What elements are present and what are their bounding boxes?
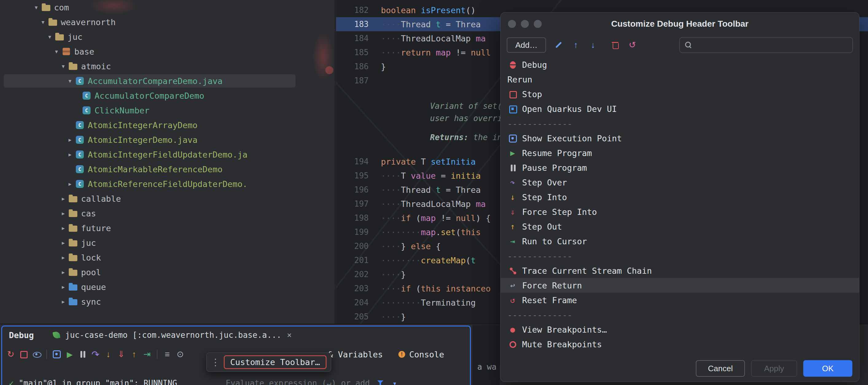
run-to-cursor-button[interactable]: ⇥ — [142, 349, 153, 360]
tree-item[interactable]: ClickNumber — [0, 103, 335, 118]
line-number[interactable]: 184 — [336, 34, 381, 43]
tree-item[interactable]: ▾weavernorth — [0, 15, 335, 29]
line-number[interactable]: 195 — [336, 171, 381, 180]
tree-item[interactable]: ▸future — [0, 221, 335, 236]
chevron-expanded-icon[interactable]: ▾ — [32, 3, 40, 12]
resume-button[interactable]: ▶ — [64, 349, 75, 360]
line-number[interactable]: 198 — [336, 213, 381, 222]
action-item[interactable]: Debug — [501, 57, 859, 72]
chevron-expanded-icon[interactable]: ▾ — [39, 18, 47, 26]
step-over-button[interactable]: ↷ — [90, 349, 101, 360]
line-number[interactable]: 186 — [336, 62, 381, 71]
action-item[interactable]: Rerun — [501, 72, 859, 87]
console-pane[interactable]: a wa — [472, 325, 500, 385]
tree-item[interactable]: ▸juc — [0, 236, 335, 250]
exec-point-button[interactable] — [51, 349, 62, 360]
chevron-collapsed-icon[interactable]: ▸ — [59, 239, 67, 247]
line-number[interactable]: 194 — [336, 157, 381, 166]
funnel-icon[interactable] — [375, 378, 386, 385]
force-step-into-button[interactable]: ⇓ — [116, 349, 127, 360]
tab-threads-variables[interactable]: & Variables — [328, 350, 383, 359]
line-number[interactable]: 200 — [336, 242, 381, 251]
customize-toolbar-menu-item[interactable]: Customize Toolbar… — [224, 355, 327, 369]
action-item[interactable]: Trace Current Stream Chain — [501, 263, 859, 278]
evaluate-expression-hint[interactable]: Evaluate expression (↵) or add — [226, 379, 370, 385]
chevron-down-icon[interactable] — [391, 379, 399, 385]
tree-item[interactable]: ▸lock — [0, 250, 335, 265]
step-out-button[interactable]: ↑ — [129, 349, 140, 360]
tree-item[interactable]: ▸queue — [0, 280, 335, 294]
apply-button[interactable]: Apply — [751, 360, 797, 377]
action-item[interactable]: ⇥Run to Cursor — [501, 234, 859, 249]
line-number[interactable]: 203 — [336, 284, 381, 293]
tree-item[interactable]: AtomicMarkableReferenceDemo — [0, 162, 335, 177]
action-item[interactable]: ↩Force Return — [501, 278, 859, 293]
line-number[interactable]: 185 — [336, 48, 381, 57]
chevron-collapsed-icon[interactable]: ▸ — [59, 224, 67, 232]
window-traffic-lights[interactable] — [508, 20, 542, 28]
action-item[interactable]: ↑Step Out — [501, 219, 859, 234]
line-number[interactable]: 182 — [336, 5, 381, 15]
tree-item[interactable]: ▸AtomicIntegerDemo.java — [0, 132, 335, 147]
tree-item[interactable]: ▸AtomicIntegerFieldUpdaterDemo.ja — [0, 147, 335, 162]
edit-button[interactable] — [552, 38, 566, 52]
chevron-collapsed-icon[interactable]: ▸ — [59, 268, 67, 277]
line-number[interactable]: 196 — [336, 185, 381, 194]
line-number[interactable]: 199 — [336, 228, 381, 237]
action-item[interactable]: ⇓Force Step Into — [501, 205, 859, 219]
move-up-button[interactable]: ↑ — [569, 38, 583, 52]
tree-item[interactable]: ▾atmoic — [0, 59, 335, 74]
chevron-collapsed-icon[interactable]: ▸ — [59, 209, 67, 218]
add-button[interactable]: Add… — [507, 37, 546, 53]
search-field[interactable] — [679, 37, 853, 53]
action-item[interactable]: ↓Step Into — [501, 190, 859, 205]
line-number[interactable]: 202 — [336, 270, 381, 279]
line-number[interactable]: 205 — [336, 312, 381, 321]
chevron-expanded-icon[interactable]: ▾ — [45, 33, 54, 41]
restore-button[interactable]: ↺ — [625, 38, 639, 52]
chevron-collapsed-icon[interactable]: ▸ — [59, 298, 67, 306]
debug-session-tab[interactable]: juc-case-demo [:com.weavernorth.juc.base… — [48, 326, 294, 344]
tree-item[interactable]: ▸sync — [0, 294, 335, 309]
move-down-button[interactable]: ↓ — [586, 38, 600, 52]
cancel-button[interactable]: Cancel — [696, 360, 745, 377]
stop-sq-button[interactable] — [18, 349, 29, 360]
tree-item[interactable]: ▾AccumulatorCompareDemo.java — [0, 74, 335, 88]
line-number[interactable]: 204 — [336, 298, 381, 307]
trash-button[interactable] — [608, 38, 622, 52]
chevron-collapsed-icon[interactable]: ▸ — [66, 150, 74, 159]
line-number[interactable]: 187 — [336, 76, 381, 85]
chevron-expanded-icon[interactable]: ▾ — [59, 62, 67, 70]
tree-item[interactable]: AccumulatorCompareDemo — [0, 88, 335, 103]
chevron-collapsed-icon[interactable]: ▸ — [66, 180, 74, 188]
action-item[interactable]: Open Quarkus Dev UI — [501, 101, 859, 116]
tree-item[interactable]: ▸AtomicReferenceFieldUpdaterDemo. — [0, 177, 335, 191]
more-button[interactable]: ⊙ — [175, 349, 186, 360]
rerun-debug-button[interactable]: ↻ — [5, 349, 16, 360]
line-number[interactable]: 183 — [336, 20, 381, 29]
line-number[interactable]: 197 — [336, 199, 381, 208]
tab-console[interactable]: Console — [396, 349, 444, 360]
action-item[interactable]: ▶Resume Program — [501, 146, 859, 160]
action-item[interactable]: Pause Program — [501, 160, 859, 175]
tree-item[interactable]: ▸pool — [0, 265, 335, 280]
chevron-expanded-icon[interactable]: ▾ — [52, 47, 61, 56]
chevron-collapsed-icon[interactable]: ▸ — [59, 283, 67, 291]
action-item[interactable]: Stop — [501, 87, 859, 101]
line-number[interactable]: 201 — [336, 256, 381, 265]
tree-item[interactable]: ▾base — [0, 44, 335, 59]
eye-button[interactable] — [31, 349, 42, 360]
action-item[interactable]: ↷Step Over — [501, 175, 859, 190]
action-item[interactable]: Mute Breakpoints — [501, 337, 859, 352]
step-into-button[interactable]: ↓ — [103, 349, 114, 360]
tree-item[interactable]: ▾juc — [0, 29, 335, 44]
close-icon[interactable]: × — [287, 330, 292, 340]
chevron-collapsed-icon[interactable]: ▸ — [59, 194, 67, 203]
action-item[interactable]: ↺Reset Frame — [501, 293, 859, 308]
action-item[interactable]: Show Execution Point — [501, 131, 859, 146]
tree-item[interactable]: AtomicIntegerArrayDemo — [0, 118, 335, 132]
tree-item[interactable]: ▸cas — [0, 206, 335, 221]
tree-item[interactable]: ▾com — [0, 0, 335, 15]
chevron-expanded-icon[interactable]: ▾ — [66, 77, 74, 85]
chevron-collapsed-icon[interactable]: ▸ — [66, 136, 74, 144]
